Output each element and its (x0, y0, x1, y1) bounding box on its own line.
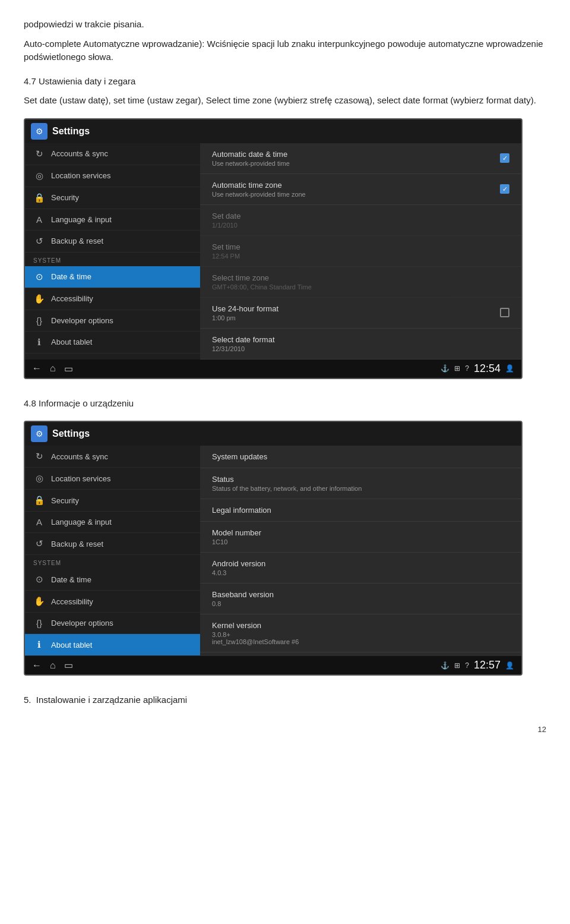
auto-date-checkbox[interactable]: ✓ (500, 153, 509, 163)
back-icon-2[interactable]: ← (32, 660, 42, 671)
sidebar-label-about-2: About tablet (51, 641, 92, 649)
back-icon-1[interactable]: ← (32, 363, 42, 374)
screenshot-date-time: ⚙ Settings ↻ Accounts & sync ◎ Location … (24, 118, 522, 379)
tz-sub: GMT+08:00, China Standard Time (212, 283, 509, 291)
location-icon-1: ◎ (33, 171, 45, 181)
usb-icon-2: ⚓ (441, 661, 449, 670)
signal-icon-1: ⊞ (454, 364, 460, 373)
navbar-2: ← ⌂ ▭ (32, 660, 73, 671)
content-item-system-updates[interactable]: System updates (200, 446, 521, 468)
sidebar-item-location-1[interactable]: ◎ Location services (25, 165, 200, 187)
titlebar-title-1: Settings (52, 126, 90, 137)
sidebar-item-accounts-sync-2[interactable]: ↻ Accounts & sync (25, 446, 200, 468)
system-updates-title: System updates (212, 452, 509, 461)
sidebar-label-security-2: Security (51, 496, 79, 505)
content-item-baseband[interactable]: Baseband version 0.8 (200, 584, 521, 614)
screenshot-about-tablet: ⚙ Settings ↻ Accounts & sync ◎ Location … (24, 421, 522, 676)
sidebar-item-accounts-sync-1[interactable]: ↻ Accounts & sync (25, 143, 200, 165)
set-time-title: Set time (212, 242, 509, 251)
auto-tz-sub: Use network-provided time zone (212, 191, 306, 198)
model-title: Model number (212, 528, 509, 537)
intro-line2: Auto-complete Automatyczne wprowadzanie)… (24, 37, 546, 64)
statusbar-2: ⚓ ⊞ ? 12:57 👤 (441, 659, 514, 671)
auto-date-sub: Use network-provided time (212, 160, 290, 167)
titlebar-2: ⚙ Settings (25, 422, 521, 446)
sidebar-label-accounts-sync-2: Accounts & sync (51, 452, 108, 461)
section-48-title: 4.8 Informacje o urządzeniu (24, 397, 546, 411)
accessibility-icon-2: ✋ (33, 596, 45, 607)
language-icon-2: A (33, 517, 45, 527)
usb-icon-1: ⚓ (441, 364, 449, 373)
content-item-set-date: Set date 1/1/2010 (200, 205, 521, 236)
user-icon-2: 👤 (505, 661, 514, 670)
sidebar-label-security-1: Security (51, 193, 79, 202)
recents-icon-2[interactable]: ▭ (64, 660, 73, 671)
sidebar-label-backup-2: Backup & reset (51, 540, 103, 548)
sidebar-item-accessibility-1[interactable]: ✋ Accessibility (25, 288, 200, 310)
sidebar-label-language-1: Language & input (51, 215, 112, 224)
sidebar-item-backup-1[interactable]: ↺ Backup & reset (25, 231, 200, 253)
location-icon-2: ◎ (33, 473, 45, 484)
sidebar-item-accessibility-2[interactable]: ✋ Accessibility (25, 591, 200, 613)
24h-checkbox[interactable] (500, 308, 509, 317)
section-47-title: 4.7 Ustawienia daty i zegara (24, 75, 546, 89)
content-item-kernel[interactable]: Kernel version 3.0.8+ inet_lzw108@InetSo… (200, 614, 521, 652)
sidebar-item-developer-2[interactable]: {} Developer options (25, 613, 200, 634)
page-number: 12 (24, 725, 546, 734)
section-5-title: 5. Instalowanie i zarządzanie aplikacjam… (24, 693, 546, 707)
sidebar-label-developer-1: Developer options (51, 316, 113, 325)
sidebar-item-security-1[interactable]: 🔒 Security (25, 187, 200, 209)
sidebar-item-backup-2[interactable]: ↺ Backup & reset (25, 533, 200, 555)
sidebar-label-language-2: Language & input (51, 518, 112, 526)
android-body-2: ↻ Accounts & sync ◎ Location services 🔒 … (25, 446, 521, 656)
security-icon-1: 🔒 (33, 193, 45, 203)
sidebar-item-language-1[interactable]: A Language & input (25, 209, 200, 231)
content-item-android-ver[interactable]: Android version 4.0.3 (200, 553, 521, 584)
recents-icon-1[interactable]: ▭ (64, 363, 73, 374)
question-icon-1: ? (465, 364, 469, 373)
titlebar-1: ⚙ Settings (25, 119, 521, 143)
content-panel-1: Automatic date & time Use network-provid… (200, 143, 521, 359)
settings-icon-2: ⚙ (31, 425, 48, 442)
kernel-title: Kernel version (212, 621, 509, 630)
home-icon-1[interactable]: ⌂ (50, 363, 56, 374)
sidebar-item-location-2[interactable]: ◎ Location services (25, 468, 200, 490)
sidebar-item-security-2[interactable]: 🔒 Security (25, 490, 200, 512)
intro-line1: podpowiedzi w trakcie pisania. (24, 18, 546, 31)
content-item-auto-date[interactable]: Automatic date & time Use network-provid… (200, 143, 521, 174)
accounts-sync-icon-2: ↻ (33, 451, 45, 462)
content-item-status[interactable]: Status Status of the battery, network, a… (200, 468, 521, 499)
24h-title: Use 24-hour format (212, 304, 278, 313)
section-47-desc: Set date (ustaw datę), set time (ustaw z… (24, 94, 546, 108)
set-time-sub: 12:54 PM (212, 253, 509, 260)
android-body-1: ↻ Accounts & sync ◎ Location services 🔒 … (25, 143, 521, 359)
auto-tz-checkbox[interactable]: ✓ (500, 184, 509, 194)
baseband-sub: 0.8 (212, 600, 509, 607)
sidebar-item-about-2[interactable]: ℹ About tablet (25, 634, 200, 656)
developer-icon-1: {} (33, 316, 45, 326)
system-section-label-2: SYSTEM (25, 555, 200, 569)
sidebar-label-accessibility-2: Accessibility (51, 597, 93, 606)
content-item-legal[interactable]: Legal information (200, 499, 521, 522)
content-item-model[interactable]: Model number 1C10 (200, 522, 521, 553)
content-item-date-format[interactable]: Select date format 12/31/2010 (200, 329, 521, 359)
status-sub: Status of the battery, network, and othe… (212, 485, 509, 492)
sidebar-item-language-2[interactable]: A Language & input (25, 512, 200, 533)
kernel-sub: 3.0.8+ inet_lzw108@InetSoftware #6 (212, 631, 509, 645)
sidebar-item-developer-1[interactable]: {} Developer options (25, 310, 200, 332)
sidebar-label-location-2: Location services (51, 474, 110, 483)
sidebar-label-backup-1: Backup & reset (51, 236, 103, 245)
sidebar-item-about-1[interactable]: ℹ About tablet (25, 332, 200, 354)
sidebar-label-accessibility-1: Accessibility (51, 294, 93, 303)
content-item-24h[interactable]: Use 24-hour format 1:00 pm (200, 298, 521, 329)
sidebar-1: ↻ Accounts & sync ◎ Location services 🔒 … (25, 143, 200, 359)
sidebar-item-date-time-1[interactable]: ⊙ Date & time (25, 266, 200, 288)
date-time-icon-1: ⊙ (33, 272, 45, 282)
signal-icon-2: ⊞ (454, 661, 460, 670)
statusbar-1: ⚓ ⊞ ? 12:54 👤 (441, 362, 514, 375)
content-item-auto-tz[interactable]: Automatic time zone Use network-provided… (200, 174, 521, 205)
auto-tz-title: Automatic time zone (212, 181, 306, 190)
home-icon-2[interactable]: ⌂ (50, 660, 56, 671)
sidebar-item-date-time-2[interactable]: ⊙ Date & time (25, 569, 200, 591)
date-format-sub: 12/31/2010 (212, 345, 509, 352)
